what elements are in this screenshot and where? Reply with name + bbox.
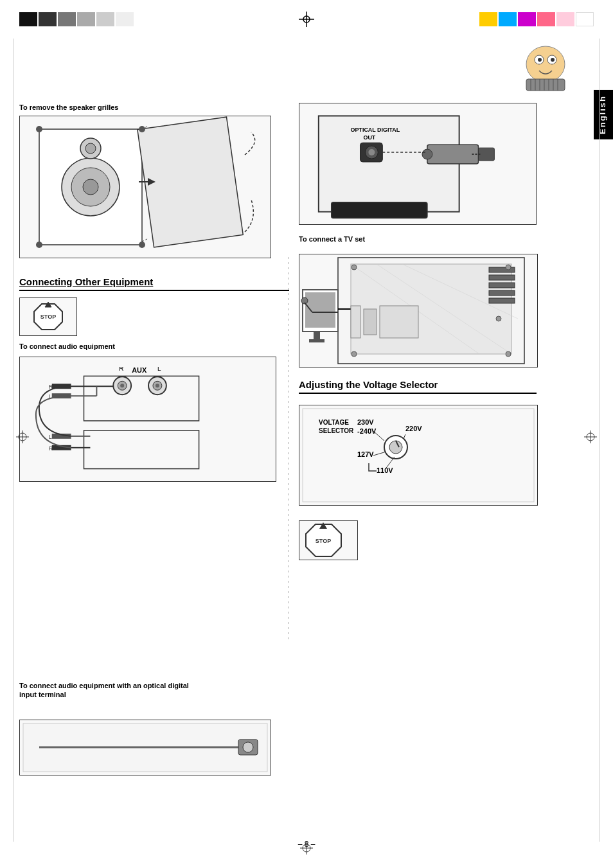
voltage-selector-section: Adjusting the Voltage Selector xyxy=(299,379,537,400)
color-bars-left xyxy=(19,12,134,26)
svg-text:R: R xyxy=(49,445,53,452)
svg-point-89 xyxy=(496,316,501,321)
tv-connect-image xyxy=(299,254,538,368)
bar-6 xyxy=(116,12,134,26)
bar-5 xyxy=(96,12,114,26)
svg-point-36 xyxy=(120,384,124,387)
svg-point-26 xyxy=(139,126,145,132)
svg-point-27 xyxy=(36,242,42,248)
svg-rect-88 xyxy=(380,306,418,338)
stop-icon-box-left: STOP xyxy=(19,297,77,336)
crosshair-bottom xyxy=(300,842,313,856)
bar-r2 xyxy=(499,12,517,26)
crosshair-left xyxy=(16,430,29,445)
bar-r5 xyxy=(556,12,574,26)
svg-point-92 xyxy=(351,265,357,270)
svg-text:OPTICAL DIGITAL: OPTICAL DIGITAL xyxy=(351,127,400,133)
svg-point-21 xyxy=(85,143,96,154)
svg-point-19 xyxy=(83,179,98,195)
svg-rect-68 xyxy=(478,148,494,161)
svg-point-28 xyxy=(139,242,145,248)
center-dots xyxy=(288,257,289,642)
optical-digital-image: OPTICAL DIGITAL OUT xyxy=(299,103,537,225)
tv-connect-label: To connect a TV set xyxy=(299,235,365,244)
svg-rect-75 xyxy=(489,290,515,296)
stop-icon-box-right: STOP xyxy=(299,520,358,560)
svg-text:AUX: AUX xyxy=(132,366,147,374)
svg-point-58 xyxy=(243,742,253,752)
svg-rect-82 xyxy=(314,332,320,339)
svg-rect-69 xyxy=(332,202,427,218)
bar-r3 xyxy=(518,12,536,26)
svg-point-93 xyxy=(506,265,511,270)
svg-text:STOP: STOP xyxy=(315,538,331,544)
optical-input-diagram xyxy=(19,720,271,775)
optical-digital-section: OPTICAL DIGITAL OUT xyxy=(299,103,556,225)
svg-rect-65 xyxy=(427,145,479,164)
svg-point-64 xyxy=(368,149,375,155)
svg-text:SELECTOR: SELECTOR xyxy=(319,427,354,434)
connecting-other-section: Connecting Other Equipment STOP To conne… xyxy=(19,276,289,482)
bar-1 xyxy=(19,12,37,26)
language-tab: English xyxy=(594,90,613,139)
connecting-other-title: Connecting Other Equipment xyxy=(19,276,289,291)
svg-rect-74 xyxy=(489,283,515,288)
svg-text:127V: 127V xyxy=(357,450,374,458)
svg-text:L: L xyxy=(49,434,52,440)
svg-rect-40 xyxy=(84,376,199,421)
optical-input-label: To connect audio equipment with an optic… xyxy=(19,681,199,699)
svg-rect-48 xyxy=(84,430,199,469)
svg-point-6 xyxy=(538,58,542,62)
svg-point-39 xyxy=(155,384,159,387)
speaker-grille-image xyxy=(19,116,271,258)
audio-connection-image: AUX R L R L xyxy=(19,357,276,482)
bar-r1 xyxy=(479,12,497,26)
audio-connect-label: To connect audio equipment xyxy=(19,342,289,350)
crosshair-right xyxy=(584,430,597,445)
bar-2 xyxy=(39,12,57,26)
crosshair-top xyxy=(299,12,314,27)
svg-point-90 xyxy=(351,351,357,357)
svg-point-66 xyxy=(422,149,432,159)
svg-point-3 xyxy=(526,46,565,82)
left-margin-line xyxy=(13,39,13,842)
mascot-image xyxy=(517,42,574,93)
svg-text:VOLTAGE: VOLTAGE xyxy=(319,419,349,426)
bar-3 xyxy=(58,12,76,26)
svg-text:230V: 230V xyxy=(357,418,374,426)
svg-rect-87 xyxy=(364,309,377,335)
svg-rect-83 xyxy=(309,339,324,342)
svg-rect-76 xyxy=(489,298,515,303)
top-bar xyxy=(19,12,594,27)
svg-line-24 xyxy=(142,238,148,242)
bar-r6 xyxy=(576,12,594,26)
color-bars-right xyxy=(479,12,594,26)
right-margin-line xyxy=(600,39,600,842)
svg-text:R: R xyxy=(119,365,123,372)
svg-rect-86 xyxy=(351,306,360,338)
svg-rect-73 xyxy=(489,275,515,280)
speaker-grilles-label: To remove the speaker grilles xyxy=(19,103,118,112)
svg-rect-22 xyxy=(138,117,243,247)
svg-point-25 xyxy=(36,126,42,132)
voltage-selector-title: Adjusting the Voltage Selector xyxy=(299,379,537,394)
svg-point-103 xyxy=(389,441,402,454)
svg-text:OUT: OUT xyxy=(363,134,375,141)
svg-point-91 xyxy=(506,351,511,357)
voltage-selector-image: VOLTAGE SELECTOR 230V -240V 220V 127V 11… xyxy=(299,405,538,506)
svg-text:220V: 220V xyxy=(405,425,422,432)
svg-text:L: L xyxy=(157,365,161,372)
svg-rect-8 xyxy=(526,79,565,91)
bar-r4 xyxy=(537,12,555,26)
svg-text:STOP: STOP xyxy=(40,314,56,320)
svg-text:110V: 110V xyxy=(377,466,393,474)
svg-point-7 xyxy=(551,58,555,62)
bar-4 xyxy=(77,12,95,26)
